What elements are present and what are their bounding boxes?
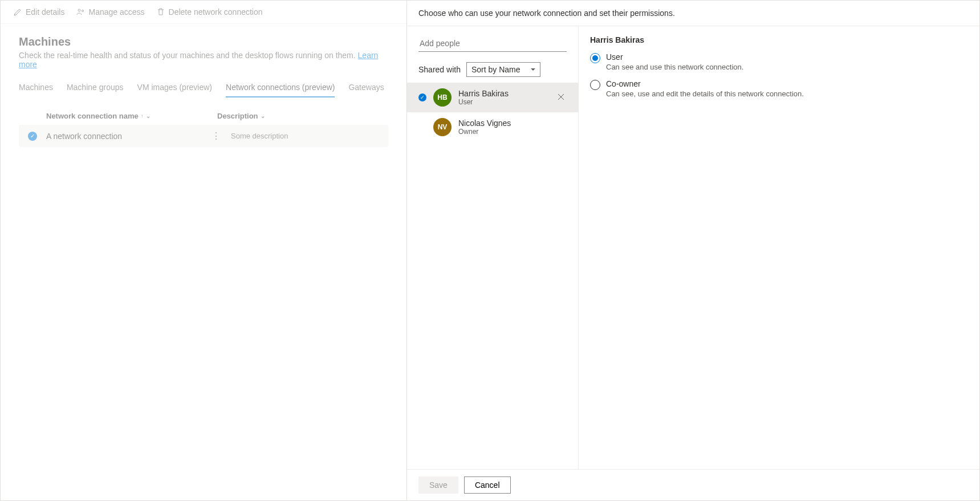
radio-label: Co-owner [606, 79, 804, 88]
radio-icon [590, 80, 600, 90]
person-role: Owner [458, 128, 567, 136]
subtitle-text: Check the real-time health and status of… [19, 51, 358, 60]
manage-access-label: Manage access [88, 7, 144, 17]
cancel-button[interactable]: Cancel [464, 476, 511, 494]
tabs: Machines Machine groups VM images (previ… [19, 78, 388, 98]
remove-person-button[interactable] [555, 91, 567, 104]
avatar: NV [433, 118, 452, 136]
radio-icon [590, 53, 600, 63]
tab-machine-groups[interactable]: Machine groups [67, 78, 124, 97]
person-selected-placeholder [418, 123, 426, 131]
panel-body: Shared with Sort by Name ✓ HB Harris Bak… [407, 26, 979, 469]
tab-gateways[interactable]: Gateways [348, 78, 384, 97]
row-menu-button[interactable]: ⋮ [210, 131, 222, 141]
panel-header: Choose who can use your network connecti… [407, 1, 979, 26]
add-people-input[interactable] [418, 35, 567, 52]
avatar: HB [433, 88, 452, 107]
svg-point-1 [82, 10, 84, 12]
person-selected-icon: ✓ [418, 93, 426, 101]
panel-left: Shared with Sort by Name ✓ HB Harris Bak… [407, 26, 578, 469]
manage-access-button[interactable]: Manage access [72, 6, 148, 18]
radio-option-user[interactable]: User Can see and use this network connec… [590, 52, 968, 71]
page-body: Machines Check the real-time health and … [1, 24, 406, 147]
command-bar: Edit details Manage access Delete networ… [1, 1, 406, 24]
chevron-down-icon: ⌄ [261, 113, 265, 119]
person-role: User [458, 98, 548, 106]
edit-details-label: Edit details [26, 7, 64, 17]
page-title: Machines [19, 35, 388, 48]
shared-with-label: Shared with [418, 65, 461, 74]
person-item[interactable]: NV Nicolas Vignes Owner [407, 112, 578, 142]
person-item[interactable]: ✓ HB Harris Bakiras User [407, 83, 578, 112]
pencil-icon [13, 7, 22, 17]
delete-connection-button[interactable]: Delete network connection [153, 6, 266, 18]
sort-arrow-icon: ↑ [141, 113, 144, 119]
main-page: Edit details Manage access Delete networ… [1, 1, 406, 500]
person-meta: Harris Bakiras User [458, 89, 548, 106]
share-panel: Choose who can use your network connecti… [406, 1, 979, 500]
row-desc: Some description [231, 132, 288, 140]
radio-desc: Can see and use this network connection. [606, 63, 743, 71]
radio-label: User [606, 52, 743, 62]
trash-icon [156, 7, 165, 17]
column-name-header[interactable]: Network connection name ↑ ⌄ [46, 112, 194, 120]
chevron-down-icon: ⌄ [146, 113, 151, 119]
edit-details-button[interactable]: Edit details [10, 6, 68, 18]
panel-footer: Save Cancel [407, 469, 979, 500]
tab-machines[interactable]: Machines [19, 78, 53, 97]
column-desc-header[interactable]: Description ⌄ [217, 112, 388, 120]
column-desc-label: Description [217, 112, 258, 120]
sort-by-value: Sort by Name [471, 65, 521, 74]
app-root: Edit details Manage access Delete networ… [0, 0, 980, 501]
people-icon [76, 7, 85, 17]
svg-point-0 [78, 9, 80, 11]
close-icon [558, 93, 564, 100]
radio-desc: Can see, use and edit the details of thi… [606, 89, 804, 98]
sort-by-select[interactable]: Sort by Name [466, 62, 540, 77]
tab-network-connections[interactable]: Network connections (preview) [226, 78, 335, 97]
column-name-label: Network connection name [46, 112, 139, 120]
tab-vm-images[interactable]: VM images (preview) [137, 78, 212, 97]
detail-person-name: Harris Bakiras [590, 35, 968, 44]
radio-option-coowner[interactable]: Co-owner Can see, use and edit the detai… [590, 79, 968, 98]
page-subtitle: Check the real-time health and status of… [19, 51, 388, 69]
panel-right: Harris Bakiras User Can see and use this… [578, 26, 979, 469]
row-name[interactable]: A network connection [46, 132, 201, 141]
table-header: Network connection name ↑ ⌄ Description … [19, 112, 388, 125]
delete-connection-label: Delete network connection [169, 7, 263, 17]
table-row[interactable]: ✓ A network connection ⋮ Some descriptio… [19, 125, 388, 147]
person-name: Nicolas Vignes [458, 119, 567, 128]
person-name: Harris Bakiras [458, 89, 548, 98]
shared-with-row: Shared with Sort by Name [418, 62, 567, 77]
person-list: ✓ HB Harris Bakiras User NV [407, 83, 578, 142]
row-selected-icon[interactable]: ✓ [28, 132, 37, 141]
save-button[interactable]: Save [418, 476, 458, 494]
person-meta: Nicolas Vignes Owner [458, 119, 567, 136]
